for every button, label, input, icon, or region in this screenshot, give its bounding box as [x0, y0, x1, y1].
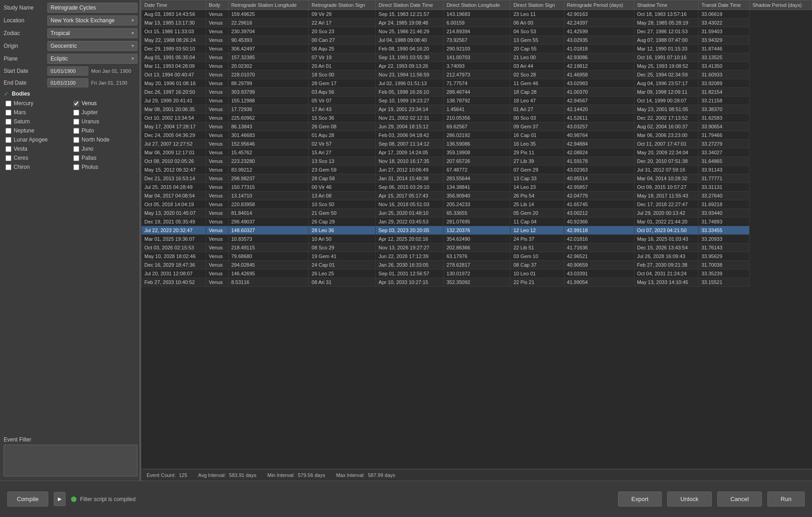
body-checkbox-ceres[interactable] — [5, 155, 11, 161]
body-item-venus[interactable]: Venus — [71, 99, 138, 107]
body-checkbox-juno[interactable] — [73, 146, 79, 152]
body-item-mars[interactable]: Mars — [4, 108, 70, 117]
compile-button[interactable]: Compile — [7, 492, 48, 507]
start-date-input[interactable] — [47, 66, 88, 76]
cell-2: 296.49037 — [228, 218, 309, 226]
table-row[interactable]: May 17, 2004 17:28:17Venus86.1384326 Gem… — [142, 122, 812, 131]
body-item-pluto[interactable]: Pluto — [71, 127, 138, 135]
cell-8: Oct 07, 2023 04:21:50 — [634, 226, 699, 235]
body-checkbox-pholus[interactable] — [73, 164, 79, 170]
body-checkbox-lunar-apogee[interactable] — [5, 137, 11, 143]
table-row[interactable]: Oct 05, 2018 14:04:19Venus220.8395810 Sc… — [142, 200, 812, 209]
cell-7: 42.14420 — [564, 105, 634, 114]
cell-5: 356.90940 — [444, 192, 511, 200]
body-item-lunar-apogee[interactable]: Lunar Apogee — [4, 136, 70, 144]
table-row[interactable]: Dec 19, 2021 05:35:49Venus296.4903726 Ca… — [142, 218, 812, 226]
body-item-pallas[interactable]: Pallas — [71, 154, 138, 162]
body-checkbox-pluto[interactable] — [73, 128, 79, 134]
cell-9: 31.77771 — [699, 174, 750, 183]
table-row[interactable]: Jul 27, 2007 12:27:52Venus152.9564602 Vi… — [142, 140, 812, 148]
location-select[interactable]: New York Stock Exchange — [47, 15, 138, 25]
cancel-button[interactable]: Cancel — [717, 492, 762, 507]
body-item-pholus[interactable]: Pholus — [71, 163, 138, 171]
table-row[interactable]: Dec 21, 2013 16:53:14Venus298.9823728 Ca… — [142, 174, 812, 183]
table-container[interactable]: Date TimeBodyRetrograde Station Longitud… — [141, 0, 812, 481]
body-checkbox-vesta[interactable] — [5, 146, 11, 152]
bodies-header: ✓ Bodies — [4, 90, 138, 97]
cell-body: Venus — [206, 218, 228, 226]
body-item-juno[interactable]: Juno — [71, 145, 138, 153]
cell-4: Jun 22, 2028 17:12:39 — [376, 252, 444, 261]
table-row[interactable]: Mar 06, 2009 12:17:01Venus15.4576215 Ari… — [142, 148, 812, 157]
body-checkbox-venus[interactable] — [73, 101, 79, 106]
table-row[interactable]: May 13, 2020 01:45:07Venus81.8401421 Gem… — [142, 209, 812, 218]
body-item-chiron[interactable]: Chiron — [4, 163, 70, 171]
body-checkbox-north-node[interactable] — [73, 137, 79, 143]
body-checkbox-neptune[interactable] — [5, 128, 11, 134]
cell-8: Dec 20, 2010 07:51:38 — [634, 157, 699, 166]
unlock-button[interactable]: Unlock — [667, 492, 712, 507]
body-item-ceres[interactable]: Ceres — [4, 154, 70, 162]
table-row[interactable]: Mar 13, 1985 13:17:30Venus22.2961622 Ari… — [142, 19, 812, 27]
table-row[interactable]: May 22, 1988 08:26:24Venus90.4539300 Can… — [142, 36, 812, 45]
compile-arrow-button[interactable]: ▶ — [54, 492, 66, 506]
cell-4: Sep 01, 2031 12:56:57 — [376, 269, 444, 278]
body-item-jupiter[interactable]: Jupiter — [71, 108, 138, 117]
right-panel: Date TimeBodyRetrograde Station Longitud… — [141, 0, 812, 481]
cell-date: Oct 05, 2018 14:04:19 — [142, 200, 206, 209]
body-checkbox-pallas[interactable] — [73, 155, 79, 161]
table-row[interactable]: May 15, 2012 09:32:47Venus83.9921223 Gem… — [142, 166, 812, 174]
table-row[interactable]: Mar 08, 2001 20:06:35Venus17.7293617 Ari… — [142, 105, 812, 114]
plane-select[interactable]: Ecliptic Equatorial — [47, 54, 138, 64]
table-row[interactable]: Jul 20, 2031 12:08:07Venus146.4269526 Le… — [142, 269, 812, 278]
event-filter-textarea[interactable] — [4, 445, 138, 476]
zodiac-select[interactable]: Tropical Sidereal — [47, 28, 138, 38]
table-row[interactable]: Oct 13, 1994 00:40:47Venus228.0107018 Sc… — [142, 71, 812, 79]
body-checkbox-chiron[interactable] — [5, 164, 11, 170]
table-row[interactable]: Feb 27, 2033 10:40:52Venus8.5311608 Ari … — [142, 278, 812, 287]
origin-select[interactable]: Geocentric Heliocentric — [47, 41, 138, 51]
body-checkbox-uranus[interactable] — [73, 119, 79, 125]
body-checkbox-mercury[interactable] — [5, 101, 11, 106]
body-checkbox-mars[interactable] — [5, 110, 11, 116]
table-row[interactable]: Dec 26, 1997 16:20:50Venus303.9379903 Aq… — [142, 88, 812, 96]
table-row[interactable]: Jul 25, 2015 04:28:49Venus150.7731500 Vi… — [142, 183, 812, 192]
body-item-uranus[interactable]: Uranus — [71, 117, 138, 126]
table-row[interactable]: Mar 11, 1993 04:28:09Venus20.0230220 Ari… — [142, 62, 812, 71]
body-item-vesta[interactable]: Vesta — [4, 145, 70, 153]
cell-8: Mar 12, 1990 01:15:33 — [634, 45, 699, 53]
body-checkbox-saturn[interactable] — [5, 119, 11, 125]
end-date-input[interactable] — [47, 78, 88, 87]
run-button[interactable]: Run — [767, 492, 805, 507]
body-checkbox-jupiter[interactable] — [73, 110, 79, 116]
table-row[interactable]: May 10, 2028 18:02:46Venus79.6868019 Gem… — [142, 252, 812, 261]
table-row[interactable]: Mar 01, 2025 19:36:07Venus10.8357310 Ari… — [142, 235, 812, 243]
table-row[interactable]: Mar 04, 2017 04:08:54Venus13.1471013 Ari… — [142, 192, 812, 200]
table-row[interactable]: Oct 15, 1986 11:33:03Venus230.3970420 Sc… — [142, 27, 812, 36]
cell-4: Apr 10, 2033 10:27:15 — [376, 278, 444, 287]
body-item-saturn[interactable]: Saturn — [4, 117, 70, 126]
study-name-input[interactable] — [47, 3, 138, 13]
table-row[interactable]: May 20, 1996 01:08:16Venus88.2979928 Gem… — [142, 79, 812, 88]
export-button[interactable]: Export — [618, 492, 662, 507]
table-row[interactable]: Jul 29, 1999 20:41:41Venus155.1298805 Vi… — [142, 96, 812, 105]
table-row[interactable]: Oct 08, 2010 02:05:26Venus223.2328013 Sc… — [142, 157, 812, 166]
body-item-neptune[interactable]: Neptune — [4, 127, 70, 135]
table-row[interactable]: Jul 22, 2023 20:32:47Venus148.6032728 Le… — [142, 226, 812, 235]
cell-3: 05 Vir 07 — [309, 96, 376, 105]
table-row[interactable]: Aug 03, 1983 14:43:56Venus159.4962509 Vi… — [142, 10, 812, 19]
cell-date: Dec 16, 2029 18:47:36 — [142, 261, 206, 269]
table-row[interactable]: Dec 29, 1989 03:50:10Venus306.4249706 Aq… — [142, 45, 812, 53]
table-row[interactable]: Oct 10, 2002 13:34:54Venus225.6096215 Sc… — [142, 114, 812, 122]
col-header-direct-station-sign: Direct Station Sign — [511, 0, 564, 10]
table-row[interactable]: Aug 01, 1991 05:35:04Venus157.3238507 Vi… — [142, 53, 812, 62]
body-item-mercury[interactable]: Mercury — [4, 99, 70, 107]
cell-4: Nov 16, 2018 05:51:03 — [376, 200, 444, 209]
cell-3: 10 Sco 50 — [309, 200, 376, 209]
cell-3: 09 Vir 29 — [309, 10, 376, 19]
body-item-north-node[interactable]: North Node — [71, 136, 138, 144]
cell-9: 31.79466 — [699, 131, 750, 140]
table-row[interactable]: Dec 24, 2005 04:36:29Venus301.4668301 Aq… — [142, 131, 812, 140]
table-row[interactable]: Oct 03, 2026 02:15:53Venus218.4911508 Sc… — [142, 243, 812, 252]
table-row[interactable]: Dec 16, 2029 18:47:36Venus294.0284524 Ca… — [142, 261, 812, 269]
